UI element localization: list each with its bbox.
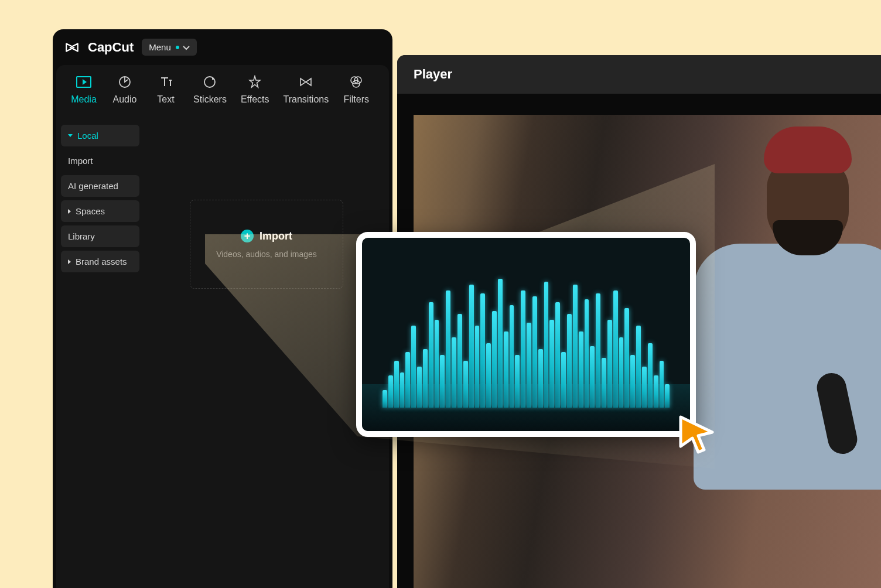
equalizer-bar [567, 314, 572, 408]
toolbar-label: Audio [113, 94, 137, 105]
toolbar-audio[interactable]: Audio [104, 70, 145, 110]
equalizer-bar [590, 346, 595, 408]
equalizer-bar [504, 331, 508, 408]
equalizer-bar [636, 326, 641, 408]
menu-button[interactable]: Menu [142, 39, 197, 56]
equalizer-bar [388, 375, 393, 408]
import-subtitle: Videos, audios, and images [216, 249, 317, 259]
effects-icon [247, 74, 262, 90]
caret-right-icon [68, 259, 71, 264]
equalizer-bar [510, 305, 514, 408]
media-thumbnail[interactable] [356, 232, 696, 437]
equalizer-bar [515, 355, 520, 408]
equalizer-bar [573, 285, 578, 408]
toolbar-label: Stickers [193, 94, 227, 105]
media-icon [76, 74, 91, 90]
toolbar-label: Media [71, 94, 97, 105]
equalizer-bar [457, 314, 462, 408]
equalizer-bar [538, 349, 543, 408]
menu-indicator-dot [176, 46, 179, 49]
top-toolbar: Media Audio Text Stickers [56, 65, 389, 118]
toolbar-label: Effects [241, 94, 269, 105]
filters-icon [349, 74, 364, 90]
equalizer-bar [521, 290, 525, 408]
import-header: + Import [216, 230, 317, 242]
toolbar-label: Text [157, 94, 174, 105]
equalizer-bar [463, 361, 468, 408]
sidebar-item-local[interactable]: Local [61, 125, 139, 146]
caret-right-icon [68, 209, 71, 214]
toolbar-filters[interactable]: Filters [336, 70, 377, 110]
equalizer-bar [429, 302, 433, 408]
equalizer-bar [480, 293, 485, 408]
equalizer-visualization [383, 267, 670, 408]
equalizer-bar [486, 343, 491, 408]
stickers-icon [202, 74, 217, 90]
equalizer-bar [613, 290, 618, 408]
plus-circle-icon: + [241, 230, 254, 242]
equalizer-bar [544, 282, 549, 408]
transitions-icon [298, 74, 313, 90]
content-row: Local Import AI generated Spaces Library [56, 118, 389, 588]
equalizer-bar [555, 302, 560, 408]
app-name: CapCut [88, 40, 134, 55]
equalizer-bar [648, 343, 653, 408]
sidebar-item-library[interactable]: Library [61, 225, 139, 247]
equalizer-bar [607, 320, 612, 408]
sidebar-item-brand-assets[interactable]: Brand assets [61, 251, 139, 272]
import-dropzone[interactable]: + Import Videos, audios, and images [190, 200, 343, 289]
equalizer-bar [665, 384, 670, 408]
equalizer-bar [602, 358, 606, 408]
equalizer-bar [475, 326, 480, 408]
caret-down-icon [68, 134, 73, 137]
equalizer-bar [654, 375, 658, 408]
equalizer-bar [417, 367, 422, 408]
capcut-logo-icon [64, 40, 80, 55]
titlebar: CapCut Menu [53, 29, 392, 65]
editor-window: CapCut Menu Media Audio [53, 29, 392, 588]
equalizer-bar [492, 311, 497, 408]
equalizer-bar [411, 326, 416, 408]
equalizer-bar [527, 323, 531, 408]
equalizer-bar [405, 352, 410, 408]
equalizer-bar [642, 367, 647, 408]
player-title: Player [397, 55, 881, 94]
equalizer-bar [596, 293, 600, 408]
equalizer-bar [400, 372, 405, 408]
sidebar-item-spaces[interactable]: Spaces [61, 200, 139, 222]
equalizer-bar [660, 361, 664, 408]
toolbar-transitions[interactable]: Transitions [276, 70, 336, 110]
sidebar-item-ai-generated[interactable]: AI generated [61, 175, 139, 197]
equalizer-bar [440, 355, 445, 408]
sidebar-item-label: Local [77, 131, 98, 141]
audio-icon [117, 74, 132, 90]
toolbar-media[interactable]: Media [63, 70, 104, 110]
sidebar-item-label: Brand assets [76, 257, 127, 266]
cursor-icon [676, 412, 718, 454]
toolbar-label: Transitions [284, 94, 329, 105]
equalizer-bar [498, 279, 503, 408]
equalizer-bar [452, 337, 456, 408]
text-icon [158, 74, 173, 90]
chevron-down-icon [183, 42, 190, 52]
equalizer-bar [585, 299, 589, 408]
equalizer-bar [383, 390, 387, 408]
equalizer-bar [624, 308, 629, 408]
equalizer-bar [619, 337, 624, 408]
equalizer-bar [435, 320, 439, 408]
sidebar: Local Import AI generated Spaces Library [56, 118, 144, 588]
toolbar-stickers[interactable]: Stickers [186, 70, 234, 110]
equalizer-bar [469, 285, 474, 408]
equalizer-bar [549, 320, 554, 408]
sidebar-item-import[interactable]: Import [61, 150, 139, 172]
equalizer-bar [423, 349, 428, 408]
equalizer-bar [579, 331, 583, 408]
equalizer-bar [446, 290, 450, 408]
import-area: + Import Videos, audios, and images [144, 118, 389, 588]
equalizer-bar [532, 296, 537, 408]
equalizer-bar [561, 352, 566, 408]
menu-label: Menu [149, 42, 171, 52]
sidebar-item-label: Spaces [76, 206, 105, 216]
toolbar-effects[interactable]: Effects [234, 70, 276, 110]
toolbar-text[interactable]: Text [145, 70, 186, 110]
